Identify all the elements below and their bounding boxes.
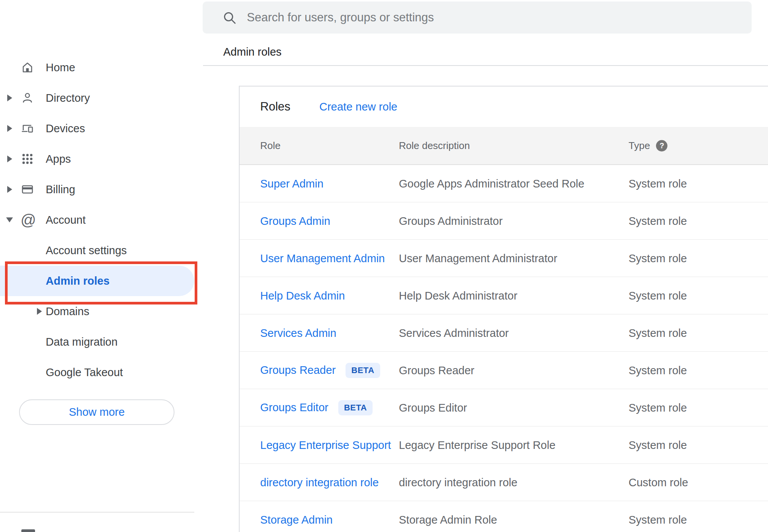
search-bar [203,2,752,34]
role-type: System role [629,364,687,377]
sidebar-divider [0,512,194,513]
role-type: System role [629,401,687,414]
role-type: System role [629,513,687,526]
role-description: User Management Administrator [399,252,557,264]
sidebar-item-account-settings[interactable]: Account settings [0,235,194,266]
sidebar-item-admin-roles[interactable]: Admin roles [0,266,194,296]
expand-arrow-icon[interactable] [7,155,12,162]
column-header-description: Role description [399,140,470,152]
role-link[interactable]: Groups Admin [260,215,330,227]
sidebar-item-google-takeout[interactable]: Google Takeout [0,357,194,388]
table-row: Groups Editor BETA Groups Editor System … [240,389,768,426]
breadcrumb: Admin roles [223,46,282,58]
sidebar-item-label: Billing [46,183,75,196]
roles-table-header: Role Role description Type ? [240,127,768,165]
sidebar-item-label: Data migration [46,336,118,348]
table-row: Super Admin Google Apps Administrator Se… [240,165,768,202]
role-type: System role [629,439,687,451]
sidebar-nav: Home Directory [0,52,194,388]
sidebar-item-label: Account settings [46,244,127,257]
table-row: Groups Admin Groups Administrator System… [240,202,768,240]
sidebar-item-label: Account [46,214,86,226]
sidebar-item-directory[interactable]: Directory [0,83,194,113]
apps-grid-icon [21,152,34,166]
table-row: Storage Admin Storage Admin Role System … [240,501,768,532]
role-description: Storage Admin Role [399,513,497,526]
role-type: System role [629,289,687,302]
role-description: Google Apps Administrator Seed Role [399,177,584,190]
role-description: Legacy Enterprise Support Role [399,439,555,451]
table-row: Help Desk Admin Help Desk Administrator … [240,277,768,314]
roles-card-header: Roles Create new role [240,87,768,127]
devices-icon [21,122,34,135]
role-link[interactable]: Help Desk Admin [260,289,345,302]
sidebar-item-label: Domains [46,305,89,318]
role-link[interactable]: Legacy Enterprise Support [260,439,391,451]
role-link[interactable]: User Management Admin [260,252,385,264]
role-description: Groups Editor [399,401,467,414]
sidebar-item-label: Devices [46,122,85,135]
sidebar-item-home[interactable]: Home [0,52,194,83]
table-row: directory integration role directory int… [240,464,768,501]
account-at-icon: @ [21,213,34,227]
sidebar-item-domains[interactable]: Domains [0,296,194,327]
column-header-type: Type ? [629,140,667,152]
show-more-button[interactable]: Show more [19,399,174,425]
beta-badge: BETA [338,400,373,415]
sidebar-item-label: Home [46,61,75,74]
role-description: Groups Administrator [399,215,502,227]
sidebar-item-apps[interactable]: Apps [0,144,194,174]
role-link[interactable]: directory integration role [260,476,379,489]
sidebar-item-label: Google Takeout [46,366,123,379]
header-divider [203,65,768,66]
collapse-arrow-icon[interactable] [6,218,13,223]
help-icon[interactable]: ? [656,140,667,151]
expand-arrow-icon[interactable] [37,308,42,315]
beta-badge: BETA [346,363,380,378]
column-header-role: Role [260,140,280,152]
sidebar: Home Directory [0,0,197,532]
expand-arrow-icon[interactable] [7,186,12,193]
role-type: System role [629,177,687,190]
role-description: Help Desk Administrator [399,289,517,302]
person-icon [21,91,34,105]
home-icon [21,61,34,74]
role-link[interactable]: Groups Editor [260,401,328,414]
role-link[interactable]: Groups Reader [260,364,336,377]
table-row: Legacy Enterprise Support Legacy Enterpr… [240,426,768,464]
expand-arrow-icon[interactable] [7,125,12,132]
role-type: System role [629,252,687,264]
admin-console-screen: Admin Admin roles Home [0,0,768,532]
search-input[interactable] [203,2,752,34]
role-type: Custom role [629,476,688,489]
table-row: User Management Admin User Management Ad… [240,240,768,277]
table-row: Services Admin Services Administrator Sy… [240,314,768,352]
clipped-bottom-icon [21,529,35,532]
role-link[interactable]: Services Admin [260,327,336,339]
sidebar-item-label: Directory [46,92,90,104]
roles-card: Roles Create new role Role Role descript… [239,86,768,532]
sidebar-item-data-migration[interactable]: Data migration [0,327,194,357]
sidebar-item-label: Apps [46,153,71,165]
search-icon [222,11,237,27]
role-description: directory integration role [399,476,517,489]
role-description: Groups Reader [399,364,474,377]
expand-arrow-icon[interactable] [7,95,12,101]
role-link[interactable]: Super Admin [260,177,323,190]
roles-title: Roles [260,100,290,114]
sidebar-item-account[interactable]: @ Account [0,205,194,235]
sidebar-item-devices[interactable]: Devices [0,113,194,144]
create-new-role-link[interactable]: Create new role [319,101,397,113]
role-type: System role [629,215,687,227]
role-type: System role [629,327,687,339]
sidebar-item-label: Admin roles [46,275,110,287]
role-description: Services Administrator [399,327,509,339]
billing-card-icon [21,183,34,196]
table-row: Groups Reader BETA Groups Reader System … [240,352,768,389]
role-link[interactable]: Storage Admin [260,513,333,526]
sidebar-item-billing[interactable]: Billing [0,174,194,205]
